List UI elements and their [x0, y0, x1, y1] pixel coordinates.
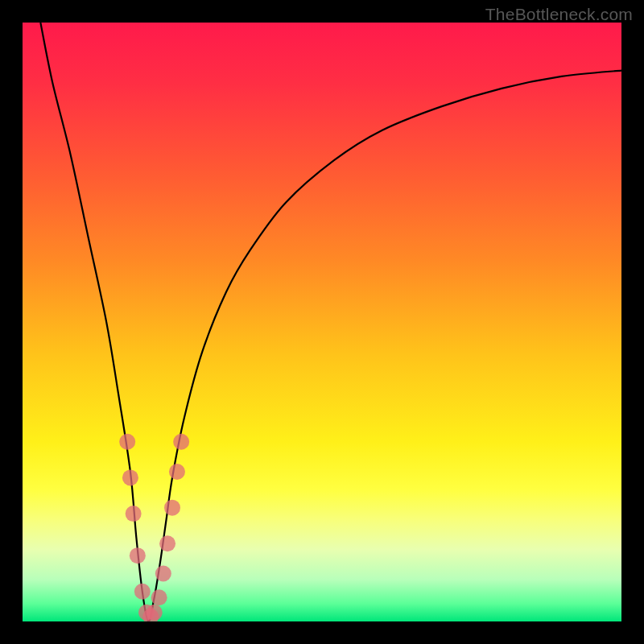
curve-layer [23, 23, 621, 621]
sample-point [147, 605, 163, 621]
sample-point [169, 464, 185, 480]
plot-area [23, 23, 621, 621]
sample-point [119, 434, 135, 450]
sample-point [164, 500, 180, 516]
sample-point [151, 589, 167, 605]
sample-point [173, 434, 189, 450]
sample-point [155, 565, 171, 581]
sample-point [122, 469, 138, 485]
sample-point [130, 547, 146, 564]
sample-point [126, 506, 142, 522]
watermark-text: TheBottleneck.com [485, 5, 633, 24]
sample-point [159, 535, 175, 551]
chart-frame: TheBottleneck.com [0, 0, 644, 644]
bottleneck-curve [40, 23, 621, 621]
sample-point [134, 584, 151, 600]
